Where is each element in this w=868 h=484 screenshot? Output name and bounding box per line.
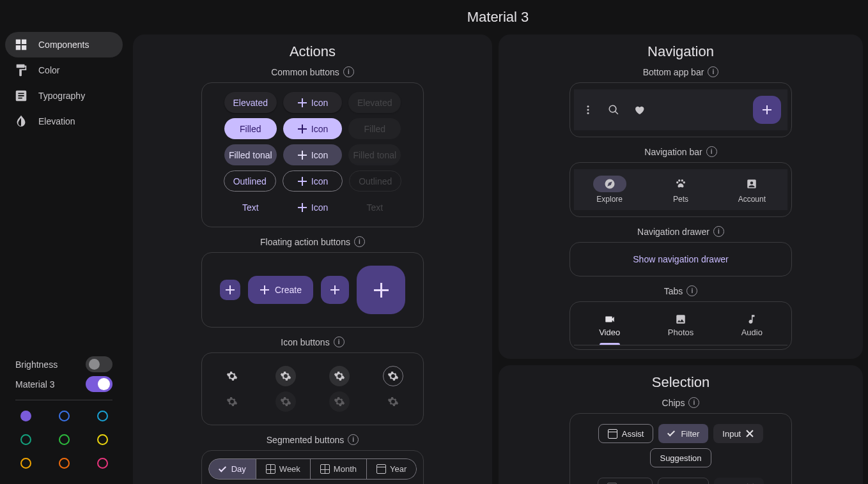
icon-button-standard[interactable] (222, 366, 242, 386)
elevated-button[interactable]: Elevated (224, 92, 277, 113)
image-icon (675, 314, 686, 325)
icon-button-tonal[interactable] (329, 366, 350, 386)
fab-regular[interactable] (321, 276, 349, 304)
info-icon[interactable]: i (686, 285, 697, 296)
tabs-heading: Tabs (664, 286, 683, 296)
format-paint-icon (14, 63, 28, 77)
tonal-button[interactable]: Filled tonal (224, 144, 277, 165)
color-palette (15, 411, 112, 469)
fab-heading: Floating action buttons (260, 237, 350, 247)
seg-week[interactable]: Week (256, 458, 311, 480)
tab-photos[interactable]: Photos (645, 306, 716, 345)
sidebar-item-components[interactable]: Components (5, 32, 123, 57)
show-drawer-button[interactable]: Show navigation drawer (574, 246, 787, 272)
brightness-switch[interactable] (86, 356, 112, 372)
info-icon[interactable]: i (706, 146, 717, 157)
sidebar-item-elevation[interactable]: Elevation (5, 109, 123, 134)
outlined-icon-button[interactable]: Icon (283, 170, 343, 192)
info-icon[interactable]: i (713, 226, 724, 237)
icon-button-outlined[interactable] (383, 366, 403, 386)
text-button-disabled: Text (348, 197, 401, 218)
filled-button[interactable]: Filled (224, 118, 277, 139)
drawer-panel: Show navigation drawer (570, 242, 792, 276)
brightness-toggle-row: Brightness (15, 356, 112, 372)
segmented-calendar: Day Week Month Year (208, 458, 417, 480)
plus-icon (260, 285, 270, 295)
nav-item-pets[interactable]: Pets (645, 169, 716, 204)
seg-day[interactable]: Day (208, 458, 256, 480)
icon-button-standard-disabled (222, 391, 242, 412)
tonal-button-disabled: Filled tonal (348, 144, 401, 165)
divider (15, 400, 112, 400)
svg-point-5 (681, 179, 683, 181)
icon-button-outlined-disabled (383, 391, 403, 412)
favorite-icon[interactable] (632, 102, 647, 117)
filled-icon-button[interactable]: Icon (283, 118, 342, 139)
seg-year[interactable]: Year (367, 458, 417, 480)
plus-icon (762, 105, 772, 115)
icon-button-filled[interactable] (275, 366, 296, 386)
tab-video[interactable]: Video (574, 306, 645, 345)
palette-amber[interactable] (20, 458, 31, 469)
drawer-heading: Navigation drawer (637, 227, 709, 237)
sidebar-item-typography[interactable]: Typography (5, 83, 123, 109)
outlined-button[interactable]: Outlined (224, 170, 276, 192)
fab-extended[interactable]: Create (248, 276, 313, 304)
palette-blue[interactable] (59, 411, 70, 421)
selection-card: Selection Chips i Assist Filter Input Su… (499, 365, 863, 484)
outlined-button-disabled: Outlined (349, 170, 401, 192)
nav-item-explore[interactable]: Explore (574, 169, 645, 204)
bottom-bar-fab[interactable] (753, 96, 781, 124)
svg-point-0 (587, 105, 589, 107)
palette-teal[interactable] (20, 434, 31, 445)
text-button[interactable]: Text (224, 197, 277, 218)
navigation-card: Navigation Bottom app bar i (499, 34, 863, 359)
sidebar-item-color[interactable]: Color (5, 57, 123, 83)
plus-icon (297, 202, 307, 213)
explore-icon (604, 178, 616, 190)
palette-lightblue[interactable] (97, 411, 108, 421)
svg-point-1 (587, 109, 589, 111)
plus-icon (297, 124, 307, 134)
account-box-icon (746, 178, 757, 190)
assist-chip[interactable]: Assist (598, 424, 654, 443)
info-icon[interactable]: i (334, 337, 345, 347)
plus-icon (374, 283, 389, 298)
page-title: Material 3 (128, 0, 868, 34)
info-icon[interactable]: i (688, 397, 699, 408)
filter-chip[interactable]: Filter (658, 424, 708, 443)
info-icon[interactable]: i (348, 434, 359, 445)
svg-point-3 (676, 181, 678, 183)
nav-item-account[interactable]: Account (717, 169, 787, 204)
palette-orange[interactable] (59, 458, 70, 469)
input-chip[interactable]: Input (713, 424, 763, 443)
common-buttons-heading: Common buttons (271, 67, 339, 77)
suggestion-chip[interactable]: Suggestion (650, 448, 711, 467)
sidebar-item-label: Color (38, 65, 59, 75)
info-icon[interactable]: i (343, 66, 354, 77)
seg-month[interactable]: Month (311, 458, 367, 480)
close-icon[interactable] (745, 429, 754, 438)
navigation-title: Navigation (506, 43, 855, 60)
elevated-icon-button[interactable]: Icon (283, 92, 342, 113)
fab-large[interactable] (357, 266, 405, 314)
sidebar-item-label: Typography (38, 91, 85, 101)
text-snippet-icon (14, 89, 28, 103)
material3-switch[interactable] (86, 376, 112, 392)
palette-purple[interactable] (20, 411, 31, 421)
bottom-app-bar-heading: Bottom app bar (643, 67, 704, 77)
svg-point-6 (683, 181, 685, 183)
tonal-icon-button[interactable]: Icon (283, 144, 342, 165)
plus-icon (225, 285, 235, 295)
text-icon-button[interactable]: Icon (283, 197, 342, 218)
palette-pink[interactable] (97, 458, 108, 469)
info-icon[interactable]: i (708, 66, 718, 77)
search-icon[interactable] (606, 102, 621, 117)
more-vert-icon[interactable] (580, 102, 596, 117)
palette-yellow[interactable] (97, 434, 108, 445)
info-icon[interactable]: i (354, 236, 365, 247)
tab-audio[interactable]: Audio (717, 306, 787, 345)
palette-green[interactable] (59, 434, 70, 445)
fab-small[interactable] (220, 280, 240, 300)
plus-icon (330, 285, 340, 295)
